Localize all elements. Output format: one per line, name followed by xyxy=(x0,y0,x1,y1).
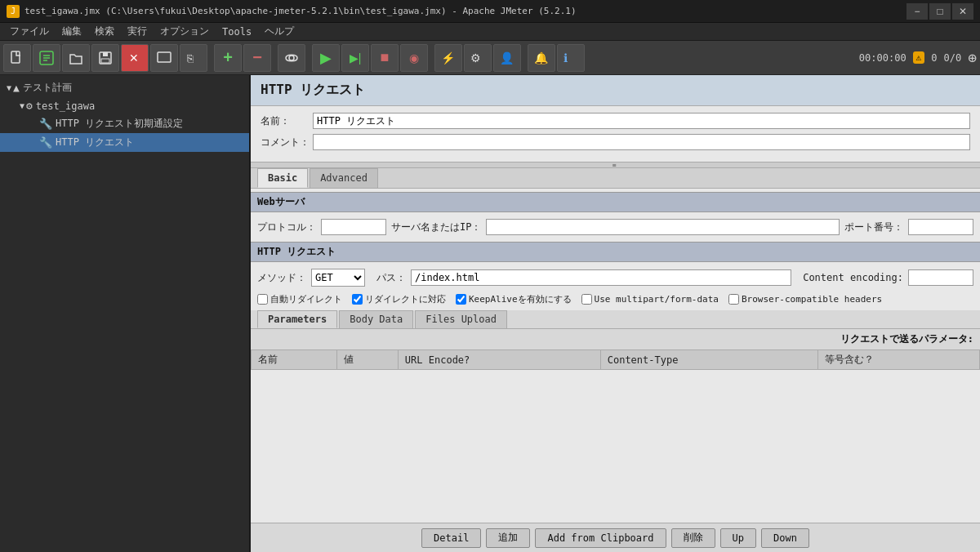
maximize-button[interactable]: □ xyxy=(929,3,951,20)
copy-button[interactable]: ⎘ xyxy=(180,44,207,72)
sub-tab-parameters[interactable]: Parameters xyxy=(257,310,337,328)
tree-icon-http-request: 🔧 xyxy=(39,136,52,149)
method-select[interactable]: GET POST PUT DELETE xyxy=(311,269,365,287)
remove-toolbar-button[interactable]: − xyxy=(243,44,271,72)
protocol-label: プロトコル： xyxy=(257,220,316,234)
port-input[interactable] xyxy=(908,219,973,235)
sub-tab-body-data[interactable]: Body Data xyxy=(339,310,413,328)
sub-tab-files-upload[interactable]: Files Upload xyxy=(415,310,507,328)
templates-button[interactable] xyxy=(33,44,60,72)
server-input[interactable] xyxy=(486,219,840,235)
tab-basic[interactable]: Basic xyxy=(257,168,308,188)
menu-options[interactable]: オプション xyxy=(154,23,216,41)
window-controls: − □ ✕ xyxy=(906,3,973,20)
svg-rect-0 xyxy=(11,51,20,63)
zoom-icon[interactable]: ⊕ xyxy=(968,49,977,66)
menu-run[interactable]: 実行 xyxy=(121,23,154,41)
new-button[interactable] xyxy=(3,44,31,72)
resize-bar[interactable]: ≡ xyxy=(251,162,980,168)
add-button[interactable]: 追加 xyxy=(486,528,530,548)
up-button[interactable]: Up xyxy=(720,528,756,548)
content-encoding-input[interactable] xyxy=(908,269,973,286)
clear-all-button[interactable]: ℹ xyxy=(557,44,585,72)
clear-button[interactable]: 🔔 xyxy=(528,44,555,72)
sidebar-item-test-plan[interactable]: ▼ ▲ テスト計画 xyxy=(0,78,249,97)
sidebar-item-test-igawa[interactable]: ▼ ⚙ test_igawa xyxy=(0,97,249,114)
col-equals: 等号含む？ xyxy=(818,350,980,370)
detail-button[interactable]: Detail xyxy=(421,528,481,548)
minimize-button[interactable]: − xyxy=(906,3,928,20)
svg-text:⎘: ⎘ xyxy=(187,52,194,65)
remote-shutdown-button[interactable]: 👤 xyxy=(493,44,521,72)
error-count-sep: 0/0 xyxy=(943,52,961,64)
params-header-text: リクエストで送るパラメータ: xyxy=(840,333,973,345)
method-label: メソッド： xyxy=(257,271,306,285)
path-input[interactable] xyxy=(411,269,791,286)
name-row: 名前： xyxy=(261,113,970,129)
menu-file[interactable]: ファイル xyxy=(3,23,56,41)
col-name: 名前 xyxy=(252,350,337,370)
open-button[interactable] xyxy=(62,44,90,72)
tree-icon-test-plan: ▲ xyxy=(13,82,20,94)
sidebar: ▼ ▲ テスト計画 ▼ ⚙ test_igawa 🔧 HTTP リクエスト初期通… xyxy=(0,75,251,552)
keepalive-checkbox[interactable] xyxy=(456,294,466,305)
auto-redirect-label: 自動リダイレクト xyxy=(270,293,342,305)
follow-redirect-checkbox[interactable] xyxy=(352,294,363,305)
follow-redirect-label: リダイレクトに対応 xyxy=(365,293,446,305)
shutdown-button[interactable]: ◉ xyxy=(400,44,428,72)
tree-icon-http-config: 🔧 xyxy=(39,118,52,130)
tree-arrow-http-config xyxy=(33,119,38,128)
remote-start-button[interactable]: ⚡ xyxy=(434,44,462,72)
cut-button[interactable] xyxy=(150,44,178,72)
add-toolbar-button[interactable]: + xyxy=(214,44,242,72)
stop-button[interactable]: ■ xyxy=(371,44,399,72)
content-encoding-label: Content encoding: xyxy=(803,272,903,283)
browser-headers-checkbox[interactable] xyxy=(728,294,739,305)
title-bar: J test_igawa.jmx (C:\Users\fukui\Desktop… xyxy=(0,0,980,23)
auto-redirect-checkbox[interactable] xyxy=(257,294,268,305)
svg-point-8 xyxy=(289,56,294,60)
menu-edit[interactable]: 編集 xyxy=(56,23,88,41)
app-icon: J xyxy=(7,5,20,18)
auto-redirect-checkbox-label[interactable]: 自動リダイレクト xyxy=(257,293,342,305)
menu-help[interactable]: ヘルプ xyxy=(258,23,301,41)
svg-rect-3 xyxy=(103,52,108,56)
main-layout: ▼ ▲ テスト計画 ▼ ⚙ test_igawa 🔧 HTTP リクエスト初期通… xyxy=(0,75,980,552)
menu-tools[interactable]: Tools xyxy=(216,23,258,41)
port-label: ポート番号： xyxy=(844,220,903,234)
start-no-pause-button[interactable]: ▶| xyxy=(341,44,369,72)
tab-advanced[interactable]: Advanced xyxy=(310,168,378,188)
menu-search[interactable]: 検索 xyxy=(88,23,121,41)
warning-icon: ⚠ xyxy=(913,51,925,64)
delete-button[interactable]: 削除 xyxy=(671,528,715,548)
name-label: 名前： xyxy=(261,114,310,128)
tree-arrow-test-plan: ▼ xyxy=(7,83,11,92)
sidebar-item-http-config[interactable]: 🔧 HTTP リクエスト初期通設定 xyxy=(0,114,249,133)
col-urlencode: URL Encode? xyxy=(398,350,600,370)
multipart-checkbox[interactable] xyxy=(581,294,592,305)
remote-stop-button[interactable]: ⚙ xyxy=(464,44,492,72)
keepalive-checkbox-label[interactable]: KeepAliveを有効にする xyxy=(456,293,572,305)
protocol-input[interactable] xyxy=(321,219,386,235)
multipart-checkbox-label[interactable]: Use multipart/form-data xyxy=(581,294,719,305)
svg-text:⚡: ⚡ xyxy=(441,51,456,65)
svg-text:👤: 👤 xyxy=(500,51,514,65)
down-button[interactable]: Down xyxy=(761,528,809,548)
name-input[interactable] xyxy=(313,113,970,129)
comment-input[interactable] xyxy=(313,134,970,150)
sidebar-item-http-request[interactable]: 🔧 HTTP リクエスト xyxy=(0,133,249,152)
svg-rect-6 xyxy=(158,52,171,62)
revert-button[interactable]: ✕ xyxy=(121,44,149,72)
tree-label-test-igawa: test_igawa xyxy=(36,100,95,112)
multipart-label: Use multipart/form-data xyxy=(595,294,719,305)
browser-headers-checkbox-label[interactable]: Browser-compatible headers xyxy=(728,294,882,305)
keepalive-label: KeepAliveを有効にする xyxy=(469,293,572,305)
add-clipboard-button[interactable]: Add from Clipboard xyxy=(535,528,666,548)
close-button[interactable]: ✕ xyxy=(952,3,973,20)
browse-button[interactable] xyxy=(278,44,305,72)
save-button[interactable] xyxy=(91,44,119,72)
follow-redirect-checkbox-label[interactable]: リダイレクトに対応 xyxy=(352,293,446,305)
toolbar-right: 00:00:00 ⚠ 0 0/0 ⊕ xyxy=(859,49,977,66)
tree-arrow-test-igawa: ▼ xyxy=(20,101,24,110)
start-button[interactable]: ▶ xyxy=(312,44,340,72)
